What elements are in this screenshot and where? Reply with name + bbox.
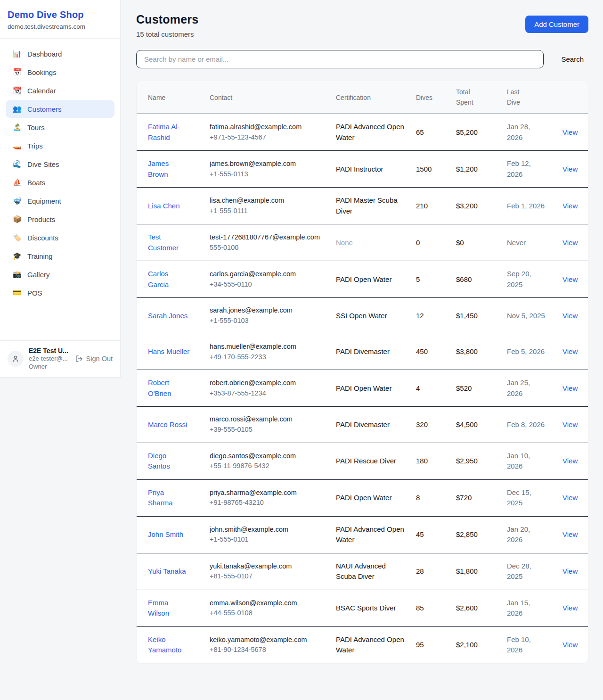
sidebar-item-discounts[interactable]: 🏷️Discounts (6, 229, 114, 247)
customer-name-link[interactable]: Carlos Garcia (148, 270, 169, 288)
view-customer-link[interactable]: View (562, 567, 578, 575)
customer-dives: 5 (411, 261, 451, 298)
customer-name-link[interactable]: Yuki Tanaka (148, 567, 186, 575)
customer-email: john.smith@example.com (210, 525, 326, 535)
sidebar-item-tours[interactable]: 🏝️Tours (6, 118, 114, 136)
sidebar-item-bookings[interactable]: 📅Bookings (6, 63, 114, 81)
customer-name-link[interactable]: Diego Santos (148, 452, 170, 470)
table-row: Priya Sharmapriya.sharma@example.com+91-… (137, 479, 588, 516)
table-row: Yuki Tanakayuki.tanaka@example.com+81-55… (137, 553, 588, 590)
customer-email: test-1772681807767@example.com (210, 232, 326, 243)
column-header-certification: Certification (331, 81, 411, 114)
customer-last-dive: Feb 10, 2026 (502, 626, 552, 663)
sign-out-button[interactable]: Sign Out (75, 355, 113, 362)
view-customer-link[interactable]: View (562, 530, 578, 538)
customer-name-link[interactable]: Robert O'Brien (148, 379, 171, 397)
page-title: Customers (136, 13, 198, 26)
customer-dives: 95 (411, 626, 451, 663)
customer-last-dive: Feb 8, 2026 (502, 407, 552, 443)
person-icon (11, 354, 20, 363)
view-customer-link[interactable]: View (562, 604, 578, 612)
view-customer-link[interactable]: View (562, 641, 578, 649)
sidebar: Demo Dive Shop demo.test.divestreams.com… (0, 0, 121, 378)
sidebar-item-products[interactable]: 📦Products (6, 210, 114, 228)
view-customer-link[interactable]: View (562, 457, 578, 465)
customer-dives: 320 (411, 407, 451, 443)
main-content: Customers 15 total customers Add Custome… (121, 0, 603, 664)
customer-contact: fatima.alrashid@example.com+971-55-123-4… (205, 114, 331, 151)
table-row: Marco Rossimarco.rossi@example.com+39-55… (137, 407, 588, 443)
customer-name-link[interactable]: Test Customer (148, 233, 179, 252)
view-customer-link[interactable]: View (562, 202, 578, 210)
customer-total-spent: $1,450 (451, 298, 502, 334)
customer-total-spent: $1,800 (451, 553, 502, 590)
customer-contact: sarah.jones@example.com+1-555-0103 (205, 298, 331, 334)
customer-name-link[interactable]: Fatima Al-Rashid (148, 123, 180, 141)
customer-certification: None (331, 224, 411, 261)
view-customer-link[interactable]: View (562, 128, 578, 136)
view-customer-link[interactable]: View (562, 420, 578, 428)
sidebar-item-label: Equipment (27, 197, 61, 205)
add-customer-button[interactable]: Add Customer (525, 16, 588, 33)
view-customer-link[interactable]: View (562, 312, 578, 320)
customer-total-spent: $2,950 (451, 443, 502, 479)
sidebar-item-calendar[interactable]: 📆Calendar (6, 82, 114, 99)
customer-phone: +44-555-0108 (210, 608, 326, 618)
customer-name-link[interactable]: Keiko Yamamoto (148, 635, 181, 654)
customer-last-dive: Feb 1, 2026 (502, 188, 552, 224)
customer-name-link[interactable]: Emma Wilson (148, 599, 169, 618)
customer-dives: 45 (411, 516, 451, 553)
view-customer-link[interactable]: View (562, 384, 578, 392)
page-header: Customers 15 total customers Add Custome… (136, 13, 588, 38)
customer-email: yuki.tanaka@example.com (210, 561, 326, 572)
customer-last-dive: Dec 28, 2025 (502, 553, 552, 590)
user-info: E2E Test U... e2e-tester@... Owner (29, 347, 70, 371)
customer-certification: PADI Instructor (331, 151, 411, 188)
customer-name-link[interactable]: Priya Sharma (148, 488, 173, 507)
sidebar-item-pos[interactable]: 💳POS (6, 284, 114, 302)
view-customer-link[interactable]: View (562, 275, 578, 283)
customer-certification: PADI Rescue Diver (331, 443, 411, 479)
customer-phone: +39-555-0105 (210, 425, 326, 435)
customer-name-link[interactable]: Hans Mueller (148, 347, 189, 355)
bookings-calendar-icon: 📅 (13, 68, 21, 76)
avatar (8, 351, 24, 367)
customer-name-link[interactable]: Marco Rossi (148, 420, 187, 428)
customer-email: carlos.garcia@example.com (210, 269, 326, 280)
customer-dives: 8 (411, 479, 451, 516)
customer-phone: +971-55-123-4567 (210, 132, 326, 143)
sidebar-item-dive-sites[interactable]: 🌊Dive Sites (6, 155, 114, 173)
customer-email: fatima.alrashid@example.com (210, 122, 326, 132)
sidebar-item-gallery[interactable]: 📸Gallery (6, 265, 114, 283)
training-cap-icon: 🎓 (13, 252, 21, 260)
view-customer-link[interactable]: View (562, 239, 578, 247)
sidebar-item-training[interactable]: 🎓Training (6, 247, 114, 265)
search-input[interactable] (136, 50, 544, 68)
sidebar-item-equipment[interactable]: 🤿Equipment (6, 192, 114, 210)
customer-email: emma.wilson@example.com (210, 598, 326, 609)
customer-certification: PADI Divemaster (331, 407, 411, 443)
customer-dives: 210 (411, 188, 451, 224)
discounts-tag-icon: 🏷️ (13, 233, 21, 242)
view-customer-link[interactable]: View (562, 494, 578, 502)
customer-last-dive: Feb 12, 2026 (502, 151, 552, 188)
customer-name-link[interactable]: Lisa Chen (148, 202, 180, 210)
customer-name-link[interactable]: John Smith (148, 530, 183, 538)
sidebar-item-boats[interactable]: ⛵Boats (6, 173, 114, 191)
customer-total-spent: $2,600 (451, 590, 502, 626)
customer-name-link[interactable]: James Brown (148, 159, 169, 178)
shop-title: Demo Dive Shop (8, 9, 113, 20)
customer-name-link[interactable]: Sarah Jones (148, 312, 187, 320)
view-customer-link[interactable]: View (562, 347, 578, 355)
customer-email: robert.obrien@example.com (210, 378, 326, 388)
sidebar-item-dashboard[interactable]: 📊Dashboard (6, 45, 114, 63)
view-customer-link[interactable]: View (562, 165, 578, 173)
sidebar-item-trips[interactable]: 🚤Trips (6, 137, 114, 155)
table-row: Keiko Yamamotokeiko.yamamoto@example.com… (137, 626, 588, 663)
customer-contact: john.smith@example.com+1-555-0101 (205, 516, 331, 553)
customer-count: 15 total customers (136, 30, 198, 38)
search-button[interactable]: Search (556, 51, 588, 67)
table-row: Robert O'Brienrobert.obrien@example.com+… (137, 370, 588, 407)
sidebar-item-customers[interactable]: 👥Customers (6, 100, 114, 118)
user-name: E2E Test U... (29, 347, 70, 354)
